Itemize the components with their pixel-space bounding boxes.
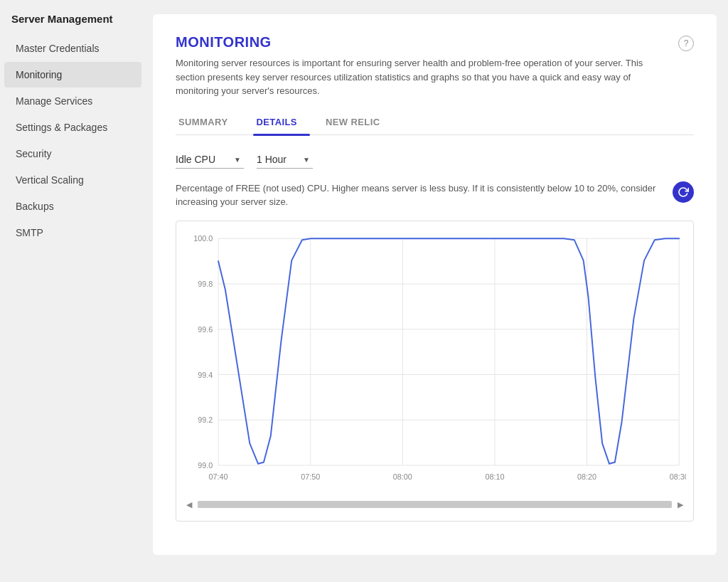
tab-summary[interactable]: SUMMARY xyxy=(176,110,240,134)
page-description: Monitoring server resources is important… xyxy=(176,56,659,98)
scroll-right-arrow[interactable]: ▶ xyxy=(675,499,686,511)
chart-inner: 100.0 99.8 99.6 99.4 99.2 99.0 07:40 07:… xyxy=(183,231,686,494)
sidebar-item-security[interactable]: Security xyxy=(4,141,141,166)
tabs-bar: SUMMARYDETAILSNEW RELIC xyxy=(176,110,694,135)
svg-text:99.8: 99.8 xyxy=(198,279,213,287)
chart-controls: Idle CPUCPU UsageMemoryDisk I/ONetwork ▼… xyxy=(176,151,694,169)
page-title: MONITORING xyxy=(176,34,659,51)
chart-scrollbar: ◀ ▶ xyxy=(183,499,686,511)
info-bar: Percentage of FREE (not used) CPU. Highe… xyxy=(176,181,694,209)
sidebar-item-master-credentials[interactable]: Master Credentials xyxy=(4,36,141,61)
metric-select[interactable]: Idle CPUCPU UsageMemoryDisk I/ONetwork xyxy=(176,151,244,169)
chart-container: 100.0 99.8 99.6 99.4 99.2 99.0 07:40 07:… xyxy=(176,221,694,522)
sidebar: Server Management Master CredentialsMoni… xyxy=(0,0,146,582)
refresh-icon xyxy=(678,186,689,198)
svg-text:08:30: 08:30 xyxy=(670,472,686,481)
scroll-left-arrow[interactable]: ◀ xyxy=(183,499,195,511)
svg-text:08:00: 08:00 xyxy=(393,472,412,481)
svg-text:99.0: 99.0 xyxy=(198,460,213,469)
metric-select-wrapper: Idle CPUCPU UsageMemoryDisk I/ONetwork ▼ xyxy=(176,151,244,169)
sidebar-title: Server Management xyxy=(0,13,146,35)
sidebar-item-monitoring[interactable]: Monitoring xyxy=(4,62,141,88)
sidebar-item-manage-services[interactable]: Manage Services xyxy=(4,88,141,114)
svg-text:07:40: 07:40 xyxy=(209,472,228,481)
sidebar-item-settings-packages[interactable]: Settings & Packages xyxy=(4,115,141,140)
help-icon[interactable]: ? xyxy=(678,36,694,51)
svg-text:08:10: 08:10 xyxy=(485,472,504,481)
scroll-thumb[interactable] xyxy=(198,501,672,508)
tab-new-relic[interactable]: NEW RELIC xyxy=(323,110,393,134)
content-card: MONITORING Monitoring server resources i… xyxy=(153,14,717,555)
time-select[interactable]: 1 Hour6 Hours24 Hours7 Days30 Days xyxy=(257,151,313,169)
sidebar-item-backups[interactable]: Backups xyxy=(4,194,141,219)
chart-info-text: Percentage of FREE (not used) CPU. Highe… xyxy=(176,181,659,209)
chart-svg: 100.0 99.8 99.6 99.4 99.2 99.0 07:40 07:… xyxy=(183,231,686,494)
svg-text:99.4: 99.4 xyxy=(198,370,213,379)
scroll-track[interactable] xyxy=(198,501,672,508)
svg-text:08:20: 08:20 xyxy=(577,472,596,481)
svg-text:99.6: 99.6 xyxy=(198,324,213,333)
tab-details[interactable]: DETAILS xyxy=(253,110,309,134)
svg-text:100.0: 100.0 xyxy=(193,234,213,243)
svg-text:07:50: 07:50 xyxy=(301,472,320,481)
svg-text:99.2: 99.2 xyxy=(198,416,213,424)
time-select-wrapper: 1 Hour6 Hours24 Hours7 Days30 Days ▼ xyxy=(257,151,313,169)
page-header: MONITORING Monitoring server resources i… xyxy=(176,34,694,98)
main-content: MONITORING Monitoring server resources i… xyxy=(146,0,728,582)
sidebar-item-vertical-scaling[interactable]: Vertical Scaling xyxy=(4,167,141,193)
sidebar-item-smtp[interactable]: SMTP xyxy=(4,220,141,245)
refresh-button[interactable] xyxy=(673,181,694,203)
